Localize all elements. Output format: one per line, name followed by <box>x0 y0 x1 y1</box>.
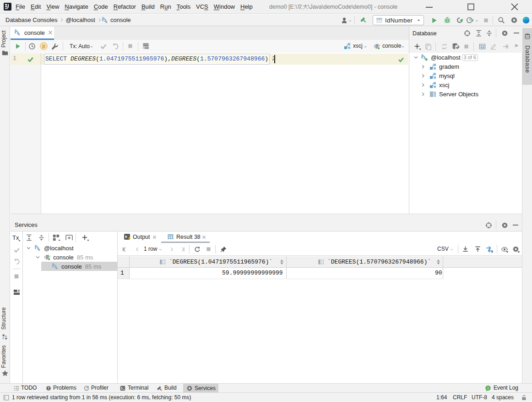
svg-text:1: 1 <box>487 386 489 390</box>
